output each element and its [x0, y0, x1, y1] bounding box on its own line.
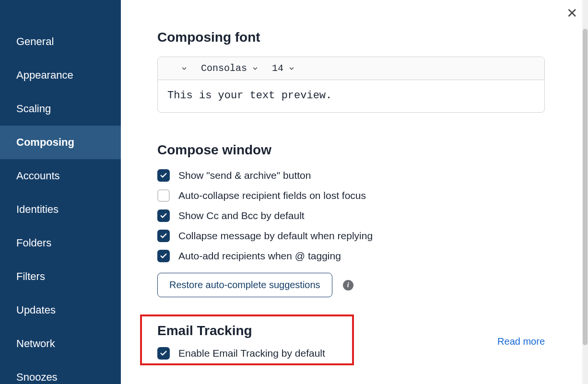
- option-label: Show Cc and Bcc by default: [178, 210, 305, 221]
- option-email-tracking: Enable Email Tracking by default: [157, 347, 325, 360]
- font-preview-text: This is your text preview.: [158, 80, 544, 112]
- ink-drop-icon: [167, 63, 176, 74]
- option-label: Auto-collapse recipient fields on lost f…: [178, 190, 366, 201]
- sidebar-item-folders[interactable]: Folders: [0, 226, 121, 260]
- option-label: Collapse message by default when replyin…: [178, 230, 373, 242]
- sidebar-item-updates[interactable]: Updates: [0, 293, 121, 327]
- font-size-value: 14: [272, 63, 283, 74]
- scrollbar-track[interactable]: [582, 0, 588, 384]
- email-tracking-section: Email Tracking Enable Email Tracking by …: [157, 323, 545, 360]
- scrollbar-thumb[interactable]: [583, 29, 588, 345]
- sidebar-item-network[interactable]: Network: [0, 327, 121, 361]
- read-more-link[interactable]: Read more: [497, 336, 545, 347]
- sidebar-item-accounts[interactable]: Accounts: [0, 159, 121, 193]
- close-icon[interactable]: ✕: [566, 7, 577, 20]
- restore-autocomplete-button[interactable]: Restore auto-complete suggestions: [157, 273, 332, 297]
- checkbox-auto-add-recipients[interactable]: [157, 250, 170, 262]
- font-family-select[interactable]: Consolas: [201, 63, 259, 74]
- option-send-archive: Show "send & archive" button: [157, 169, 545, 182]
- checkbox-collapse-reply[interactable]: [157, 230, 170, 242]
- info-icon[interactable]: i: [343, 280, 353, 291]
- sidebar-item-general[interactable]: General: [0, 25, 121, 58]
- font-family-value: Consolas: [201, 63, 247, 74]
- chevron-down-icon: [252, 65, 259, 72]
- option-show-cc-bcc: Show Cc and Bcc by default: [157, 209, 545, 222]
- option-label: Enable Email Tracking by default: [178, 348, 325, 359]
- section-title-font: Composing font: [157, 30, 545, 45]
- option-label: Show "send & archive" button: [178, 170, 311, 181]
- settings-sidebar: General Appearance Scaling Composing Acc…: [0, 0, 121, 384]
- option-collapse-reply: Collapse message by default when replyin…: [157, 230, 545, 242]
- composing-font-section: Composing font Consolas: [157, 30, 545, 113]
- sidebar-item-snoozes[interactable]: Snoozes: [0, 361, 121, 384]
- sidebar-item-identities[interactable]: Identities: [0, 193, 121, 226]
- chevron-down-icon: [288, 65, 295, 72]
- option-auto-collapse: Auto-collapse recipient fields on lost f…: [157, 189, 545, 202]
- chevron-down-icon: [181, 65, 188, 72]
- section-title-tracking: Email Tracking: [157, 323, 325, 338]
- option-label: Auto-add recipients when @ tagging: [178, 250, 341, 262]
- checkbox-email-tracking[interactable]: [157, 347, 170, 360]
- checkbox-send-archive[interactable]: [157, 169, 170, 182]
- sidebar-item-scaling[interactable]: Scaling: [0, 92, 121, 126]
- sidebar-item-appearance[interactable]: Appearance: [0, 58, 121, 92]
- compose-window-section: Compose window Show "send & archive" but…: [157, 142, 545, 297]
- font-size-select[interactable]: 14: [272, 63, 295, 74]
- settings-main: ✕ Composing font Consolas: [121, 0, 588, 384]
- checkbox-auto-collapse[interactable]: [157, 189, 170, 202]
- section-title-compose: Compose window: [157, 142, 545, 158]
- option-auto-add-recipients: Auto-add recipients when @ tagging: [157, 250, 545, 262]
- sidebar-item-filters[interactable]: Filters: [0, 260, 121, 293]
- sidebar-item-composing[interactable]: Composing: [0, 126, 121, 159]
- font-toolbar: Consolas 14: [158, 57, 544, 80]
- checkbox-show-cc-bcc[interactable]: [157, 209, 170, 222]
- color-picker[interactable]: [167, 63, 188, 74]
- font-preview-box: Consolas 14 This is your text preview.: [157, 57, 545, 113]
